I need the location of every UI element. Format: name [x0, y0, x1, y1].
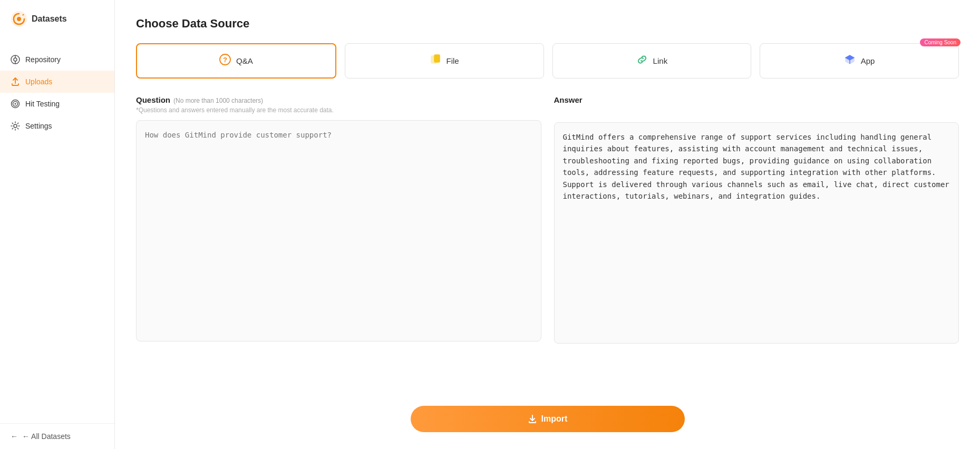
- sidebar-item-label-hit-testing: Hit Testing: [25, 100, 60, 108]
- import-icon: [528, 414, 537, 424]
- tab-link[interactable]: Link: [552, 43, 752, 79]
- import-button[interactable]: Import: [411, 406, 685, 432]
- tab-app[interactable]: Coming Soon App: [760, 43, 959, 79]
- tab-file-label: File: [447, 56, 459, 65]
- svg-text:?: ?: [223, 56, 227, 64]
- import-button-label: Import: [541, 414, 568, 424]
- sidebar-item-uploads[interactable]: Uploads: [0, 71, 114, 93]
- sidebar-navigation: Repository Uploads Hit Tes: [0, 40, 114, 423]
- sidebar-item-label-repository: Repository: [25, 55, 61, 64]
- sidebar-item-label-uploads: Uploads: [25, 77, 52, 86]
- settings-icon: [11, 121, 20, 131]
- sidebar-logo-text: Datasets: [32, 14, 67, 24]
- back-icon: ←: [11, 432, 18, 441]
- question-section: Question (No more than 1000 characters) …: [136, 95, 541, 346]
- sidebar-item-hit-testing[interactable]: Hit Testing: [0, 93, 114, 115]
- target-icon: [11, 99, 20, 109]
- question-char-limit: (No more than 1000 characters): [173, 97, 263, 104]
- coming-soon-badge: Coming Soon: [920, 38, 960, 46]
- page-title: Choose Data Source: [136, 17, 959, 31]
- file-icon: [430, 54, 441, 68]
- repo-icon: [11, 55, 20, 64]
- sidebar: Datasets Repository: [0, 0, 115, 449]
- app-icon: [844, 54, 856, 68]
- svg-point-8: [15, 103, 16, 105]
- sidebar-item-settings[interactable]: Settings: [0, 115, 114, 137]
- question-textarea[interactable]: [136, 120, 541, 341]
- answer-textarea[interactable]: GitMind offers a comprehensive range of …: [554, 122, 959, 344]
- answer-section: Answer GitMind offers a comprehensive ra…: [554, 95, 959, 346]
- import-bar: Import: [411, 406, 685, 432]
- answer-label: Answer: [554, 95, 959, 104]
- qa-form: Question (No more than 1000 characters) …: [136, 95, 959, 346]
- sidebar-item-repository[interactable]: Repository: [0, 48, 114, 71]
- link-icon: [636, 54, 648, 68]
- qna-icon: ?: [219, 54, 231, 68]
- all-datasets-label: ← All Datasets: [22, 432, 71, 441]
- sidebar-bottom[interactable]: ← ← All Datasets: [0, 423, 114, 449]
- question-hint: *Questions and answers entered manually …: [136, 106, 541, 114]
- main-content: Choose Data Source ? Q&A File: [115, 0, 980, 449]
- tab-qna-label: Q&A: [236, 56, 253, 65]
- svg-point-3: [14, 58, 17, 61]
- svg-point-9: [14, 124, 17, 128]
- logo-icon: [11, 11, 27, 27]
- sidebar-item-label-settings: Settings: [25, 122, 52, 130]
- source-tabs: ? Q&A File Link: [136, 43, 959, 79]
- all-datasets-link[interactable]: ← ← All Datasets: [11, 432, 104, 441]
- sidebar-logo: Datasets: [0, 0, 114, 40]
- tab-link-label: Link: [653, 56, 668, 65]
- upload-icon: [11, 77, 20, 86]
- tab-app-label: App: [861, 56, 875, 65]
- svg-point-1: [17, 17, 21, 21]
- question-label: Question (No more than 1000 characters): [136, 95, 541, 104]
- tab-file[interactable]: File: [345, 43, 544, 79]
- tab-qna[interactable]: ? Q&A: [136, 43, 336, 79]
- svg-rect-13: [434, 55, 440, 62]
